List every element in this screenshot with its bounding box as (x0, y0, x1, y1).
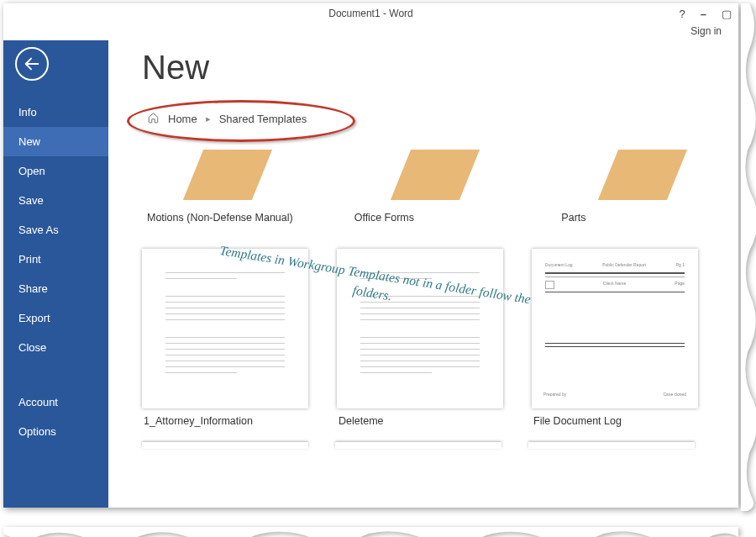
chevron-right-icon: ▸ (206, 113, 211, 124)
folder-label: Office Forms (349, 212, 507, 224)
template-preview (337, 249, 503, 408)
sidebar-item-options[interactable]: Options (3, 417, 108, 446)
backstage-window: Document1 - Word ? – ▢ Sign in InfoNewOp… (3, 3, 738, 508)
main-area: InfoNewOpenSaveSave AsPrintShareExportCl… (3, 40, 738, 508)
sidebar-item-close[interactable]: Close (3, 333, 108, 362)
template-label: Deleteme (337, 415, 505, 427)
sidebar-item-save[interactable]: Save (3, 186, 108, 215)
sidebar-item-account[interactable]: Account (3, 387, 108, 417)
sidebar-item-info[interactable]: Info (3, 97, 108, 127)
template-preview: Document LogPublic Defender ReportPg 1 C… (532, 249, 698, 408)
breadcrumb: Home ▸ Shared Templates (142, 107, 307, 131)
restore-icon[interactable]: ▢ (722, 8, 732, 20)
template-stub[interactable] (335, 442, 501, 449)
folder-label: Motions (Non-Defense Manual) (142, 212, 299, 224)
folder-icon (593, 150, 677, 200)
template-label: 1_Attorney_Information (142, 415, 310, 427)
folder-icon (386, 150, 470, 200)
signin-link[interactable]: Sign in (690, 25, 722, 37)
folder-tile[interactable]: Motions (Non-Defense Manual) (142, 150, 299, 224)
arrow-left-icon (23, 55, 41, 73)
folder-grid: Motions (Non-Defense Manual)Office Forms… (142, 150, 713, 224)
template-preview (142, 249, 308, 408)
sidebar-item-new[interactable]: New (3, 127, 108, 156)
breadcrumb-current[interactable]: Shared Templates (219, 113, 307, 125)
template-label: File Document Log (532, 415, 700, 427)
back-button[interactable] (15, 47, 49, 81)
minimize-icon[interactable]: – (701, 8, 706, 20)
breadcrumb-container: Home ▸ Shared Templates (142, 107, 307, 131)
content-area: New Home ▸ Shared Templates Motions (Non… (108, 40, 738, 508)
folder-label: Parts (556, 212, 713, 224)
backstage-sidebar: InfoNewOpenSaveSave AsPrintShareExportCl… (3, 40, 108, 508)
signin-row: Sign in (3, 24, 738, 40)
folder-icon (178, 150, 262, 200)
template-tile[interactable]: 1_Attorney_Information (142, 249, 310, 427)
titlebar: Document1 - Word ? – ▢ (3, 3, 738, 24)
torn-edge-bottom (3, 527, 738, 537)
sidebar-item-print[interactable]: Print (3, 245, 108, 274)
next-row-stubs (142, 442, 713, 449)
sidebar-item-share[interactable]: Share (3, 274, 108, 303)
sidebar-item-export[interactable]: Export (3, 303, 108, 333)
template-tile[interactable]: Deleteme (337, 249, 505, 427)
window-title: Document1 - Word (328, 8, 412, 19)
breadcrumb-home[interactable]: Home (168, 113, 197, 125)
template-tile[interactable]: Document LogPublic Defender ReportPg 1 C… (532, 249, 700, 427)
sidebar-item-save-as[interactable]: Save As (3, 215, 108, 245)
template-row: Templates in Workgroup Templates not in … (142, 249, 713, 427)
home-icon[interactable] (147, 112, 160, 126)
page-title: New (142, 49, 713, 87)
folder-tile[interactable]: Parts (556, 150, 713, 224)
window-controls: ? – ▢ (680, 8, 732, 20)
help-icon[interactable]: ? (680, 8, 685, 20)
template-stub[interactable] (528, 442, 695, 449)
sidebar-item-open[interactable]: Open (3, 156, 108, 186)
template-stub[interactable] (142, 442, 308, 449)
torn-edge-right (741, 3, 756, 508)
folder-tile[interactable]: Office Forms (349, 150, 507, 224)
